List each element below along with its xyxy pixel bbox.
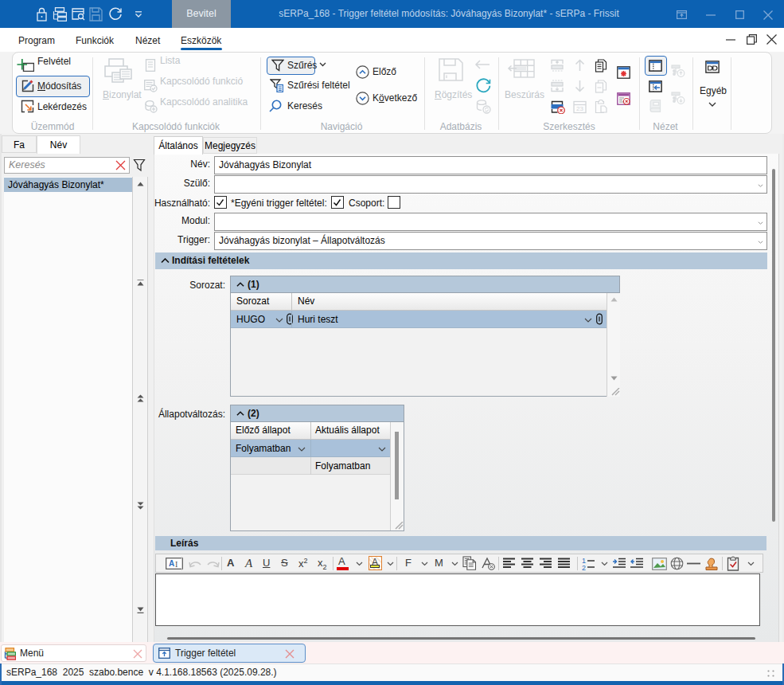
- svg-text:2: 2: [582, 564, 586, 570]
- svg-text:A: A: [169, 559, 174, 568]
- svg-text:23: 23: [576, 105, 583, 112]
- svg-text:I: I: [175, 560, 177, 569]
